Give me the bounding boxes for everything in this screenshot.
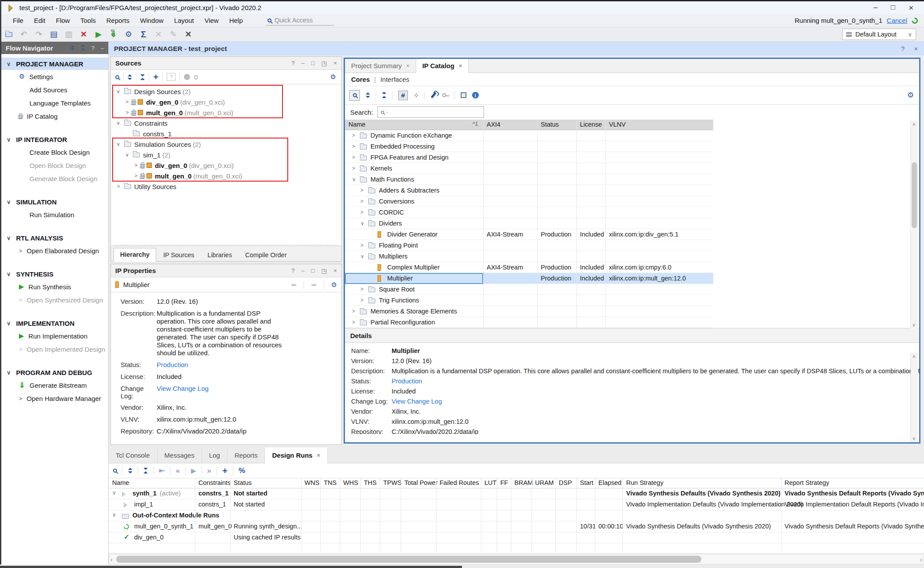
runs-column-dsp[interactable]: DSP [559, 479, 572, 486]
gear-icon[interactable] [907, 91, 914, 100]
chevron-right-icon[interactable]: > [115, 183, 121, 189]
close-tab-icon[interactable]: × [459, 62, 462, 69]
help-icon[interactable] [291, 267, 295, 274]
collapse-all-icon[interactable] [128, 468, 132, 473]
runs-column-start[interactable]: Start [580, 479, 594, 486]
catalog-row[interactable]: >Adders & Subtracters [345, 185, 713, 196]
horizontal-scrollbar[interactable]: ‹ › [109, 554, 924, 564]
chevron-right-icon[interactable]: > [352, 154, 355, 160]
catalog-row[interactable]: >Conversions [345, 196, 713, 207]
maximize-icon[interactable] [311, 267, 315, 274]
catalog-row[interactable]: >Square Root [345, 284, 713, 295]
layout-selector[interactable]: Default Layout ∨ [842, 29, 916, 40]
tree-row[interactable]: ∨Simulation Sources(2) [111, 139, 341, 149]
paste-button[interactable] [61, 29, 76, 39]
group-by-icon[interactable] [414, 92, 419, 99]
catalog-subtab-interfaces[interactable]: Interfaces [380, 76, 409, 83]
console-tab-tcl-console[interactable]: Tcl Console [109, 448, 158, 463]
scroll-up-icon[interactable]: ∧ [912, 353, 916, 359]
catalog-table-header[interactable]: NameAXI4StatusLicenseVLNV^1 [345, 120, 713, 130]
scroll-down-icon[interactable]: ∨ [912, 322, 916, 328]
gear-icon[interactable] [331, 281, 337, 289]
chevron-right-icon[interactable]: > [124, 99, 130, 105]
flow-item-open-elaborated-design[interactable]: >Open Elaborated Design [1, 244, 108, 257]
expand-all-icon[interactable] [382, 92, 386, 98]
float-icon[interactable] [301, 267, 305, 274]
minimize-button[interactable] [873, 3, 877, 13]
step-back-icon[interactable] [176, 466, 180, 475]
catalog-row[interactable]: >CORDIC [345, 207, 713, 218]
help-icon[interactable] [901, 45, 905, 52]
catalog-search-input[interactable]: - [378, 106, 484, 118]
flow-section-simulation[interactable]: ∨SIMULATION [1, 196, 108, 208]
undo-button[interactable] [16, 29, 31, 39]
collapse-all-icon[interactable] [128, 74, 132, 80]
forward-icon[interactable] [311, 281, 317, 289]
menu-item-window[interactable]: Window [135, 15, 169, 26]
sources-tab-libraries[interactable]: Libraries [202, 249, 238, 261]
runs-column-constraints[interactable]: Constraints [198, 479, 231, 486]
runs-column-lut[interactable]: LUT [484, 479, 496, 486]
chevron-right-icon[interactable]: > [360, 297, 363, 303]
expand-all-icon[interactable] [81, 45, 85, 51]
customize-icon[interactable] [430, 92, 436, 98]
collapse-all-icon[interactable] [366, 92, 370, 98]
chevron-right-icon[interactable]: > [360, 187, 363, 193]
catalog-row[interactable]: ∨Dividers [345, 218, 713, 229]
chevron-right-icon[interactable]: > [360, 209, 363, 215]
settings-toolbar-icon[interactable] [121, 29, 136, 39]
chevron-down-icon[interactable]: ∨ [115, 141, 121, 147]
details-value[interactable]: Production [392, 378, 422, 385]
runs-column-ff[interactable]: FF [500, 479, 508, 486]
percent-icon[interactable] [238, 466, 245, 475]
maximize-button[interactable] [891, 3, 895, 13]
scroll-right-icon[interactable]: › [920, 556, 922, 563]
device-icon[interactable] [461, 92, 466, 98]
help-icon[interactable] [92, 45, 95, 51]
catalog-row[interactable]: >Kernels [345, 163, 713, 174]
catalog-row[interactable]: Divider GeneratorAXI4-StreamProductionIn… [345, 229, 713, 240]
scroll-left-icon[interactable]: ‹ [110, 556, 113, 563]
menu-item-view[interactable]: View [199, 15, 224, 26]
runs-row[interactable]: impl_1constrs_1Not startedVivado Impleme… [109, 499, 924, 510]
runs-column-failed-routes[interactable]: Failed Routes [440, 479, 479, 486]
maximize-icon[interactable] [311, 60, 315, 67]
chevron-right-icon[interactable]: > [352, 308, 355, 314]
close-button[interactable] [909, 3, 913, 13]
flow-section-program-and-debug[interactable]: ∨PROGRAM AND DEBUG [1, 366, 108, 379]
open-project-button[interactable] [1, 32, 16, 37]
chevron-down-icon[interactable]: ∨ [124, 152, 130, 158]
dock-icon[interactable] [321, 267, 327, 274]
chevron-right-icon[interactable]: > [360, 198, 363, 204]
catalog-row[interactable]: >Floating Point [345, 240, 713, 251]
console-tab-log[interactable]: Log [202, 448, 227, 463]
filter-icon[interactable] [398, 91, 408, 100]
runs-column-uram[interactable]: URAM [535, 479, 554, 486]
chevron-right-icon[interactable]: > [352, 319, 355, 325]
flow-item-run-implementation[interactable]: Run Implementation [1, 329, 108, 342]
help-icon[interactable] [291, 60, 295, 67]
sources-tab-ip-sources[interactable]: IP Sources [157, 249, 201, 261]
back-icon[interactable] [291, 281, 297, 289]
create-run-icon[interactable] [222, 466, 227, 476]
generate-bitstream-toolbar-icon[interactable]: 0110 [106, 30, 121, 39]
runs-column-elapsed[interactable]: Elapsed [598, 479, 621, 486]
sources-tab-compile-order[interactable]: Compile Order [239, 249, 293, 261]
close-icon[interactable] [334, 60, 337, 67]
catalog-row[interactable]: Complex MultiplierAXI4-StreamProductionI… [345, 262, 713, 273]
info-icon[interactable] [472, 92, 479, 98]
menu-item-file[interactable]: File [7, 15, 29, 26]
chevron-down-icon[interactable]: ∨ [352, 176, 356, 182]
report-toolbar-icon[interactable] [136, 29, 151, 40]
step-forward-icon[interactable] [207, 466, 211, 475]
chevron-right-icon[interactable]: > [352, 132, 355, 138]
tree-row[interactable]: ∨Design Sources(2) [111, 86, 341, 97]
chevron-down-icon[interactable]: ∨ [115, 120, 121, 126]
catalog-row[interactable]: ∨Math Functions [345, 174, 713, 185]
runs-column-run-strategy[interactable]: Run Strategy [626, 479, 664, 486]
scrollbar-thumb[interactable] [116, 556, 701, 563]
quick-access-search[interactable]: Quick Access [266, 15, 334, 25]
run-icon[interactable] [191, 467, 196, 475]
flow-item-create-block-design[interactable]: Create Block Design [1, 146, 108, 159]
column-header-axi4[interactable]: AXI4 [487, 121, 500, 128]
